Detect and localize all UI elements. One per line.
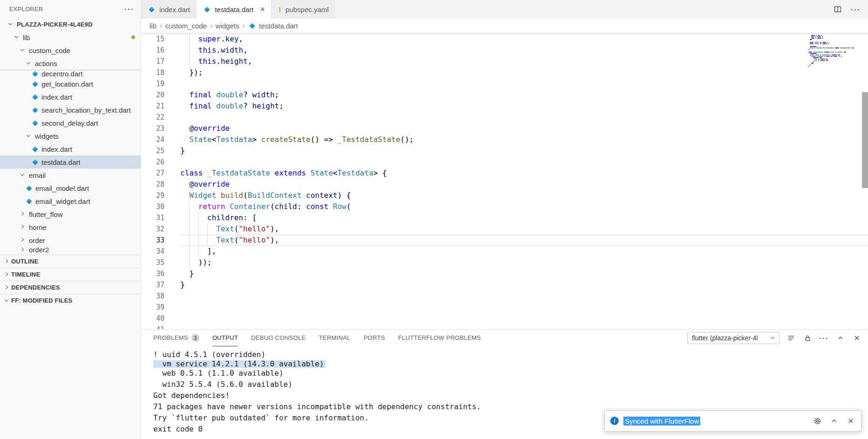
tree-folder-widgets[interactable]: widgets (0, 129, 141, 142)
code-line[interactable]: 36 } (141, 268, 868, 279)
code-line[interactable]: 38 (141, 290, 868, 302)
code-line[interactable]: 41 (141, 324, 868, 329)
tree-folder-home[interactable]: home (0, 221, 141, 234)
code-token: }); (189, 68, 203, 77)
code-line[interactable]: 35 )); (141, 257, 868, 268)
code-token (328, 202, 333, 211)
code-line[interactable]: 30 return Container(child: const Row( (141, 201, 868, 212)
breadcrumb-item-lib[interactable]: lib (150, 22, 157, 30)
code-line[interactable]: 37} (141, 279, 868, 290)
section-ff-modified-files[interactable]: FF: MODIFIED FILES (0, 294, 141, 307)
tree-folder-flutter-flow[interactable]: flutter_flow (0, 208, 141, 221)
section-dependencies[interactable]: DEPENDENCIES (0, 281, 141, 294)
code-line[interactable]: 18 }); (141, 67, 868, 78)
clear-output-icon[interactable] (786, 333, 796, 343)
code-line[interactable]: 39 (141, 302, 868, 313)
code-token: } (189, 269, 194, 278)
tree-file-index-dart[interactable]: index.dart (0, 90, 141, 103)
code-line[interactable]: 21 final double? height; (141, 101, 868, 112)
panel-tab-output[interactable]: OUTPUT (212, 330, 238, 346)
indent-guide (189, 34, 190, 45)
code-line[interactable]: 23 @override (141, 123, 868, 134)
maximize-panel-icon[interactable] (836, 333, 845, 343)
code-line[interactable]: 19 (141, 78, 868, 89)
tree-folder-order[interactable]: order (0, 234, 141, 247)
breadcrumb: lib›custom_code›widgets›testdata.dart (141, 19, 868, 33)
tree-file-decentro-dart[interactable]: decentro.dart (0, 70, 141, 77)
indent-guide (189, 257, 190, 268)
tree-file-email-widget-dart[interactable]: email_widget.dart (0, 195, 141, 208)
panel-more-icon[interactable]: ··· (819, 334, 829, 342)
tab-pubspec-yaml[interactable]: !pubspec.yaml (272, 0, 335, 19)
panel-tab-problems[interactable]: PROBLEMS3 (153, 330, 199, 346)
tree-folder-plazza-picker-4l4e9d[interactable]: PLAZZA-PICKER-4L4E9D (0, 18, 141, 31)
minimap-token (810, 42, 813, 43)
vertical-scrollbar[interactable] (862, 92, 868, 188)
code-line[interactable]: 17 this.height, (141, 56, 868, 67)
code-line-text (180, 156, 868, 168)
code-line[interactable]: 27class _TestdataState extends State<Tes… (141, 168, 868, 179)
minimap-token (810, 64, 811, 65)
gear-icon[interactable] (813, 416, 822, 425)
lock-scroll-icon[interactable] (803, 333, 812, 343)
tree-folder-lib[interactable]: lib (0, 31, 141, 44)
code-line-text: children: [ (180, 212, 868, 223)
tree-file-email-model-dart[interactable]: email_model.dart (0, 182, 141, 195)
line-number: 29 (141, 190, 164, 201)
code-line[interactable]: 32 Text("hello"), (141, 223, 868, 235)
breadcrumb-item-custom-code[interactable]: custom_code (165, 22, 207, 30)
collapse-notification-icon[interactable] (829, 416, 839, 425)
editor-more-icon[interactable]: ··· (851, 6, 861, 14)
minimap-token (818, 60, 819, 61)
panel-tab-label: FLUTTERFLOW PROBLEMS (398, 334, 481, 341)
panel-tab-terminal[interactable]: TERMINAL (319, 330, 350, 346)
tree-folder-email[interactable]: email (0, 169, 141, 182)
code-line[interactable]: 34 ], (141, 246, 868, 257)
code-line[interactable]: 22 (141, 112, 868, 123)
code-line-text: this.width, (180, 45, 868, 56)
code-editor[interactable]: 15 super.key,16 this.width,17 this.heigh… (141, 33, 868, 329)
tree-folder-actions[interactable]: actions (0, 57, 141, 70)
tab-index-dart[interactable]: index.dart (141, 0, 197, 19)
code-token: height (221, 57, 248, 66)
explorer-more-icon[interactable]: ··· (124, 5, 134, 13)
tree-file-search-location-by-text-dart[interactable]: search_location_by_text.dart (0, 103, 141, 116)
tree-file-second-delay-dart[interactable]: second_delay.dart (0, 116, 141, 129)
panel-tab-flutterflow-problems[interactable]: FLUTTERFLOW PROBLEMS (398, 330, 481, 346)
code-token: ; (279, 101, 284, 110)
code-line[interactable]: 33 Text("hello"), (141, 235, 868, 246)
minimap[interactable] (808, 34, 861, 72)
code-line[interactable]: 28 @override (141, 179, 868, 190)
section-outline[interactable]: OUTLINE (0, 255, 141, 268)
section-timeline[interactable]: TIMELINE (0, 268, 141, 281)
breadcrumb-item-testdata-dart[interactable]: testdata.dart (248, 22, 298, 30)
breadcrumb-item-widgets[interactable]: widgets (216, 22, 239, 30)
split-editor-icon[interactable] (833, 5, 842, 14)
close-panel-icon[interactable] (852, 333, 861, 343)
close-tab-icon[interactable]: × (260, 5, 265, 14)
output-channel-select[interactable]: flutter (plazza-picker-4l (687, 332, 779, 344)
code-line[interactable]: 29 Widget build(BuildContext context) { (141, 190, 868, 201)
code-token: Row (333, 202, 347, 211)
tree-file-index-dart[interactable]: index.dart (0, 142, 141, 155)
tree-folder-order2[interactable]: order2 (0, 247, 141, 253)
code-line[interactable]: 40 (141, 313, 868, 324)
code-line[interactable]: 15 super.key, (141, 34, 868, 45)
code-token: @override (189, 180, 230, 189)
code-line[interactable]: 26 (141, 156, 868, 168)
code-line[interactable]: 31 children: [ (141, 212, 868, 223)
code-line[interactable]: 20 final double? width; (141, 89, 868, 101)
chevron-right-icon (3, 257, 11, 266)
code-line[interactable]: 16 this.width, (141, 45, 868, 56)
close-notification-icon[interactable] (846, 416, 855, 425)
tab-testdata-dart[interactable]: testdata.dart× (197, 0, 272, 19)
panel-tab-ports[interactable]: PORTS (363, 330, 385, 346)
panel-controls: flutter (plazza-picker-4l ··· (687, 332, 861, 344)
tree-file-get-location-dart[interactable]: get_location.dart (0, 77, 141, 90)
tree-file-testdata-dart[interactable]: testdata.dart (0, 155, 141, 169)
code-line[interactable]: 25} (141, 145, 868, 156)
tree-folder-custom-code[interactable]: custom_code (0, 44, 141, 57)
code-line[interactable]: 24 State<Testdata> createState() => _Tes… (141, 134, 868, 145)
breadcrumb-label: widgets (216, 22, 239, 30)
panel-tab-debug-console[interactable]: DEBUG CONSOLE (251, 330, 306, 346)
